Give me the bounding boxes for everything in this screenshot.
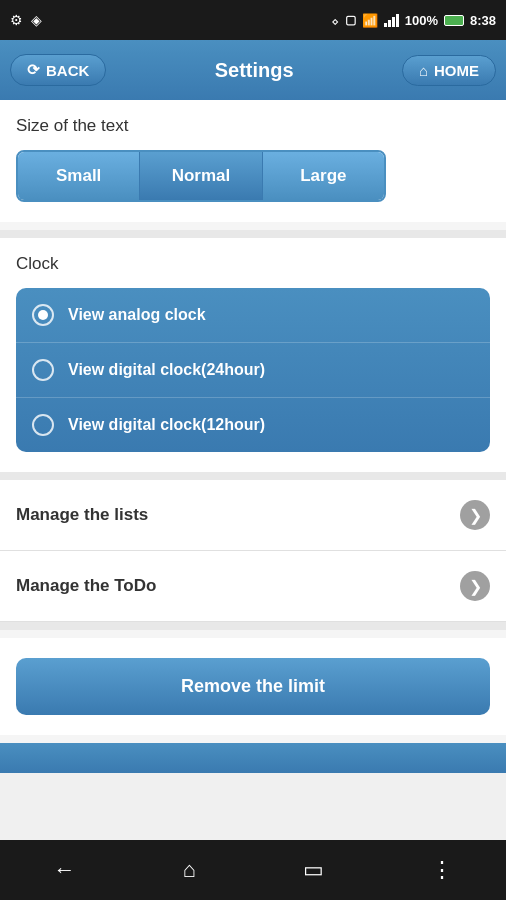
android-icon: ◈	[31, 12, 42, 28]
clock-options-group: View analog clock View digital clock(24h…	[16, 288, 490, 452]
nav-home-icon: ⌂	[182, 857, 195, 883]
clock-section: Clock View analog clock View digital clo…	[0, 238, 506, 472]
divider-2	[0, 472, 506, 480]
text-size-small[interactable]: Small	[18, 152, 140, 200]
remove-limit-section: Remove the limit	[0, 638, 506, 735]
text-size-normal[interactable]: Normal	[140, 152, 262, 200]
text-size-section: Size of the text Small Normal Large	[0, 100, 506, 222]
manage-todo-item[interactable]: Manage the ToDo ❯	[0, 551, 506, 622]
manage-lists-chevron: ❯	[460, 500, 490, 530]
radio-digital-12	[32, 414, 54, 436]
battery-percent: 100%	[405, 13, 438, 28]
header: ⟳ BACK Settings ⌂ HOME	[0, 40, 506, 100]
clock-option-digital-12[interactable]: View digital clock(12hour)	[16, 398, 490, 452]
home-button[interactable]: ⌂ HOME	[402, 55, 496, 86]
manage-todo-chevron: ❯	[460, 571, 490, 601]
remove-limit-button[interactable]: Remove the limit	[16, 658, 490, 715]
clock-option-digital-12-label: View digital clock(12hour)	[68, 416, 265, 434]
text-size-title: Size of the text	[16, 116, 490, 136]
nav-menu-button[interactable]: ⋮	[431, 857, 453, 883]
nav-menu-icon: ⋮	[431, 857, 453, 883]
radio-digital-24	[32, 359, 54, 381]
status-bar-left: ⚙ ◈	[10, 12, 42, 28]
home-label: HOME	[434, 62, 479, 79]
nav-back-icon: ←	[53, 857, 75, 883]
signal-bars	[384, 13, 399, 27]
nav-recent-button[interactable]: ▭	[303, 857, 324, 883]
status-bar: ⚙ ◈ ⬦ ▢ 📶 100% 8:38	[0, 0, 506, 40]
manage-lists-item[interactable]: Manage the lists ❯	[0, 480, 506, 551]
clock-option-digital-24-label: View digital clock(24hour)	[68, 361, 265, 379]
back-button[interactable]: ⟳ BACK	[10, 54, 106, 86]
back-label: BACK	[46, 62, 89, 79]
radio-analog	[32, 304, 54, 326]
blue-strip	[0, 743, 506, 773]
bottom-nav: ← ⌂ ▭ ⋮	[0, 840, 506, 900]
status-bar-right: ⬦ ▢ 📶 100% 8:38	[331, 13, 496, 28]
clock-option-analog[interactable]: View analog clock	[16, 288, 490, 343]
nav-back-button[interactable]: ←	[53, 857, 75, 883]
time-display: 8:38	[470, 13, 496, 28]
page-title: Settings	[215, 59, 294, 82]
clock-option-analog-label: View analog clock	[68, 306, 206, 324]
clock-option-digital-24[interactable]: View digital clock(24hour)	[16, 343, 490, 398]
nav-recent-icon: ▭	[303, 857, 324, 883]
wifi-icon: 📶	[362, 13, 378, 28]
back-arrow-icon: ⟳	[27, 61, 40, 79]
bluetooth-icon: ⬦	[331, 13, 339, 28]
content: Size of the text Small Normal Large Cloc…	[0, 100, 506, 773]
manage-todo-label: Manage the ToDo	[16, 576, 156, 596]
text-size-group: Small Normal Large	[16, 150, 386, 202]
clock-title: Clock	[16, 254, 490, 274]
usb-icon: ⚙	[10, 12, 23, 28]
nav-home-button[interactable]: ⌂	[182, 857, 195, 883]
sim-icon: ▢	[345, 13, 356, 27]
divider-3	[0, 622, 506, 630]
divider-1	[0, 230, 506, 238]
home-icon: ⌂	[419, 62, 428, 79]
text-size-large[interactable]: Large	[263, 152, 384, 200]
battery-icon	[444, 15, 464, 26]
manage-lists-label: Manage the lists	[16, 505, 148, 525]
